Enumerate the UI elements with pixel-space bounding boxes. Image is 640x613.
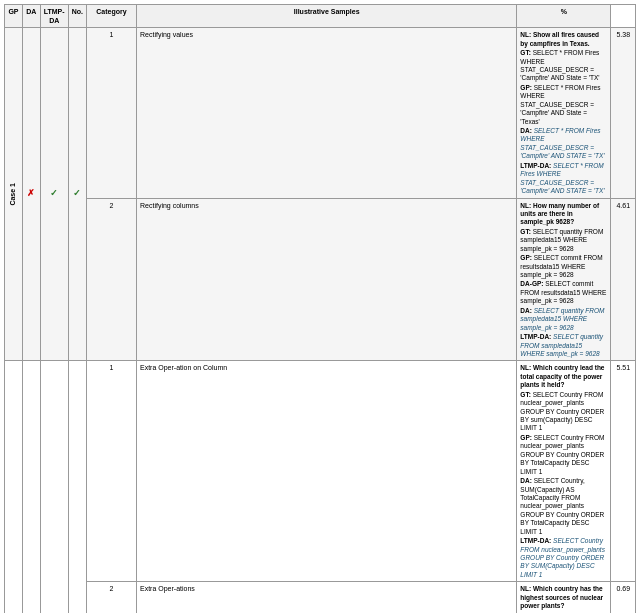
header-illustrative: Illustrative Samples bbox=[137, 5, 517, 28]
header-pct: % bbox=[517, 5, 611, 28]
main-table: GP DA LTMP-DA No. Category Illustrative … bbox=[4, 4, 636, 613]
table-row: Case 2✗✗✓1Extra Oper-ation on ColumnNL: … bbox=[5, 361, 636, 582]
row-pct: 0.69 bbox=[611, 582, 636, 613]
header-ltmp: LTMP-DA bbox=[40, 5, 68, 28]
query-line: GP: SELECT * FROM Fires WHERE STAT_CAUSE… bbox=[520, 84, 607, 126]
case-1-da: ✓ bbox=[40, 28, 68, 361]
case-2-label: Case 2 bbox=[5, 361, 23, 613]
query-line: DA-GP: SELECT commit FROM resultsdata15 … bbox=[520, 280, 607, 305]
row-content: NL: Which country has the highest source… bbox=[517, 582, 611, 613]
row-number: 1 bbox=[86, 28, 136, 198]
row-pct: 4.61 bbox=[611, 198, 636, 361]
query-line: GT: SELECT * FROM Fires WHERE STAT_CAUSE… bbox=[520, 49, 607, 83]
row-content: NL: Show all fires caused by campfires i… bbox=[517, 28, 611, 198]
case-2-ltmp: ✓ bbox=[68, 361, 86, 613]
header-no: No. bbox=[68, 5, 86, 28]
query-line: GT: SELECT quantity FROM sampledata15 WH… bbox=[520, 228, 607, 253]
query-line: DA: SELECT * FROM Fires WHERE STAT_CAUSE… bbox=[520, 127, 607, 161]
row-number: 1 bbox=[86, 361, 136, 582]
case-2-gp: ✗ bbox=[22, 361, 40, 613]
table-wrapper: GP DA LTMP-DA No. Category Illustrative … bbox=[0, 0, 640, 613]
check-icon: ✓ bbox=[73, 188, 81, 198]
header-category: Category bbox=[86, 5, 136, 28]
row-category: Extra Oper-ations bbox=[137, 582, 517, 613]
row-number: 2 bbox=[86, 198, 136, 361]
query-line: DA: SELECT quantity FROM sampledata15 WH… bbox=[520, 307, 607, 332]
query-line: GP: SELECT Country FROM nuclear_power_pl… bbox=[520, 434, 607, 476]
case-1-ltmp: ✓ bbox=[68, 28, 86, 361]
query-line: GT: SELECT Country FROM nuclear_power_pl… bbox=[520, 391, 607, 433]
cross-icon: ✗ bbox=[27, 188, 35, 198]
table-row: 2Extra Oper-ationsNL: Which country has … bbox=[5, 582, 636, 613]
row-number: 2 bbox=[86, 582, 136, 613]
case-1-gp: ✗ bbox=[22, 28, 40, 361]
nl-line: NL: Which country lead the total capacit… bbox=[520, 364, 607, 389]
row-category: Rectifying columns bbox=[137, 198, 517, 361]
table-row: Case 1✗✓✓1Rectifying valuesNL: Show all … bbox=[5, 28, 636, 198]
query-line: LTMP-DA: SELECT Country FROM nuclear_pow… bbox=[520, 537, 607, 579]
case-1-label: Case 1 bbox=[5, 28, 23, 361]
header-da: DA bbox=[22, 5, 40, 28]
row-category: Extra Oper-ation on Column bbox=[137, 361, 517, 582]
row-content: NL: How many number of units are there i… bbox=[517, 198, 611, 361]
row-pct: 5.51 bbox=[611, 361, 636, 582]
nl-line: NL: Show all fires caused by campfires i… bbox=[520, 31, 607, 48]
query-line: DA: SELECT Country, SUM(Capacity) AS Tot… bbox=[520, 477, 607, 536]
header-gp: GP bbox=[5, 5, 23, 28]
case-2-da: ✗ bbox=[40, 361, 68, 613]
nl-line: NL: How many number of units are there i… bbox=[520, 202, 607, 227]
row-content: NL: Which country lead the total capacit… bbox=[517, 361, 611, 582]
row-category: Rectifying values bbox=[137, 28, 517, 198]
query-line: GP: SELECT commit FROM resultsdata15 WHE… bbox=[520, 254, 607, 279]
query-line: LTMP-DA: SELECT * FROM Fires WHERE STAT_… bbox=[520, 162, 607, 196]
row-pct: 5.38 bbox=[611, 28, 636, 198]
query-line: LTMP-DA: SELECT quantity FROM sampledata… bbox=[520, 333, 607, 358]
nl-line: NL: Which country has the highest source… bbox=[520, 585, 607, 610]
check-icon: ✓ bbox=[50, 188, 58, 198]
table-row: 2Rectifying columnsNL: How many number o… bbox=[5, 198, 636, 361]
